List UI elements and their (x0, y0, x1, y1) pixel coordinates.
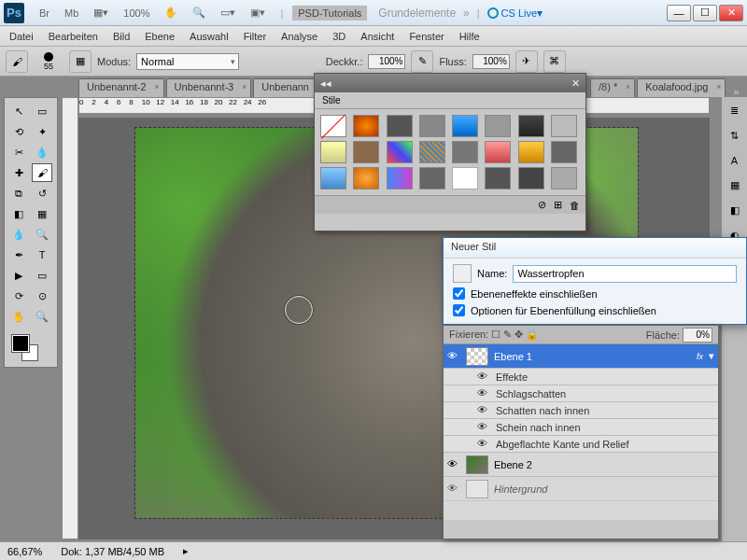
style-swatch[interactable] (551, 115, 577, 137)
effect-abgeflachte[interactable]: 👁Abgeflachte Kante und Relief (444, 436, 718, 453)
window-minimize[interactable]: — (667, 5, 691, 21)
opacity-pressure-button[interactable]: ✎ (411, 50, 433, 73)
magic-wand-tool[interactable]: ✦ (32, 122, 52, 141)
eraser-tool[interactable]: ◧ (8, 204, 29, 223)
history-brush-tool[interactable]: ↺ (32, 184, 52, 203)
grundelemente-link[interactable]: Grundelemente (378, 7, 456, 20)
menu-datei[interactable]: Datei (9, 31, 34, 42)
style-swatch[interactable] (387, 115, 413, 137)
visibility-icon[interactable]: 👁 (447, 350, 460, 363)
crop-tool[interactable]: ✂ (8, 143, 29, 161)
blur-tool[interactable]: 💧 (8, 225, 29, 244)
eyedropper-tool[interactable]: 💧 (32, 143, 52, 161)
effect-schlagschatten[interactable]: 👁Schlagschatten (444, 385, 718, 402)
move-tool[interactable]: ↖ (8, 102, 29, 120)
3d-camera-tool[interactable]: ⊙ (32, 287, 52, 305)
status-menu-arrow[interactable]: ▸ (183, 545, 189, 557)
style-swatch[interactable] (419, 141, 445, 163)
status-doc-size[interactable]: Dok: 1,37 MB/4,50 MB (61, 546, 164, 557)
tablet-pressure-button[interactable]: ⌘ (543, 50, 566, 73)
style-swatch[interactable] (419, 167, 445, 189)
brush-tool[interactable]: 🖌 (32, 163, 52, 182)
style-swatch[interactable] (387, 167, 413, 189)
layer-row-ebene2[interactable]: 👁 Ebene 2 (444, 453, 718, 477)
doc-tab-1[interactable]: Unbenannt-2× (78, 78, 164, 97)
styles-tab[interactable]: Stile (315, 92, 585, 109)
character-panel-icon[interactable]: A (731, 155, 738, 166)
style-swatch[interactable] (387, 141, 413, 163)
visibility-icon[interactable]: 👁 (447, 483, 460, 496)
style-swatch[interactable] (485, 167, 511, 189)
effects-row[interactable]: 👁Effekte (444, 369, 718, 385)
fill-opacity-input[interactable] (683, 328, 712, 343)
menu-bild[interactable]: Bild (113, 31, 130, 42)
menu-ebene[interactable]: Ebene (145, 31, 175, 42)
visibility-icon[interactable]: 👁 (477, 371, 490, 384)
color-panel-icon[interactable]: ◧ (730, 204, 740, 217)
delete-style-icon[interactable]: 🗑 (570, 200, 580, 211)
layer-thumbnail[interactable] (466, 480, 488, 498)
style-swatch[interactable] (419, 115, 445, 137)
blend-mode-dropdown[interactable]: Normal (136, 53, 239, 70)
window-close[interactable]: ✕ (719, 5, 743, 21)
marquee-tool[interactable]: ▭ (32, 102, 52, 120)
pen-tool[interactable]: ✒ (8, 245, 29, 264)
close-icon[interactable]: ✕ (571, 77, 580, 90)
fx-indicator[interactable]: fx (697, 352, 703, 361)
hand-tool[interactable]: ✋ (8, 307, 29, 326)
bridge-button[interactable]: Br (34, 6, 55, 21)
status-zoom[interactable]: 66,67% (7, 546, 42, 557)
3d-tool[interactable]: ⟳ (8, 287, 29, 305)
style-none[interactable] (320, 115, 346, 137)
style-swatch[interactable] (551, 167, 577, 189)
dodge-tool[interactable]: 🔍 (32, 225, 52, 244)
layer-thumbnail[interactable] (466, 455, 488, 474)
healing-tool[interactable]: ✚ (8, 163, 29, 182)
clear-style-icon[interactable]: ⊘ (538, 199, 546, 211)
brush-panel-toggle[interactable]: ▦ (69, 50, 92, 73)
clone-stamp-tool[interactable]: ⧉ (8, 184, 29, 203)
opacity-input[interactable] (368, 54, 405, 69)
gradient-tool[interactable]: ▦ (32, 204, 52, 223)
layer-row-ebene1[interactable]: 👁 Ebene 1 fx ▾ (444, 344, 718, 369)
zoom-level[interactable]: 100% (118, 6, 155, 21)
style-name-input[interactable] (513, 265, 737, 283)
swatches-panel-icon[interactable]: ▦ (730, 179, 740, 191)
airbrush-button[interactable]: ✈ (515, 50, 538, 73)
menu-analyse[interactable]: Analyse (281, 31, 317, 42)
menu-fenster[interactable]: Fenster (409, 31, 444, 42)
style-swatch[interactable] (353, 167, 379, 189)
lasso-tool[interactable]: ⟲ (8, 122, 29, 141)
window-maximize[interactable]: ☐ (693, 5, 717, 21)
visibility-icon[interactable]: 👁 (477, 421, 490, 434)
visibility-icon[interactable]: 👁 (447, 458, 460, 471)
style-swatch[interactable] (320, 141, 346, 163)
include-effects-checkbox[interactable] (453, 287, 465, 300)
style-swatch[interactable] (485, 115, 511, 137)
tool-preset-picker[interactable]: 🖌 (6, 50, 28, 73)
doc-tab-5[interactable]: Koalafood.jpg× (637, 78, 726, 97)
brush-preset-picker[interactable]: 55 (34, 50, 63, 73)
cs-live-button[interactable]: CS Live ▾ (487, 7, 543, 20)
close-icon[interactable]: × (716, 82, 721, 91)
new-style-icon[interactable]: ⊞ (554, 199, 562, 211)
layer-row-hintergrund[interactable]: 👁 Hintergrund (444, 477, 718, 501)
tab-overflow[interactable]: » (733, 86, 739, 97)
include-blending-checkbox[interactable] (453, 304, 465, 316)
color-swatches[interactable] (8, 333, 53, 363)
layer-thumbnail[interactable] (466, 347, 488, 366)
dialog-title[interactable]: Neuer Stil (444, 238, 746, 259)
path-selection-tool[interactable]: ▶ (8, 266, 29, 285)
collapse-icon[interactable]: ◂◂ (320, 77, 331, 90)
style-swatch[interactable] (353, 115, 379, 137)
chevron-down-icon[interactable]: ▾ (709, 350, 714, 362)
close-icon[interactable]: × (154, 82, 159, 91)
minibridge-button[interactable]: Mb (59, 6, 84, 21)
zoom-tool[interactable]: 🔍 (32, 307, 52, 326)
menu-filter[interactable]: Filter (244, 31, 266, 42)
visibility-icon[interactable]: 👁 (477, 438, 490, 451)
doc-tab-2[interactable]: Unbenannt-3× (166, 78, 252, 97)
foreground-color[interactable] (12, 335, 29, 352)
view-extras-button[interactable]: ▦▾ (88, 5, 114, 21)
style-swatch[interactable] (518, 141, 544, 163)
